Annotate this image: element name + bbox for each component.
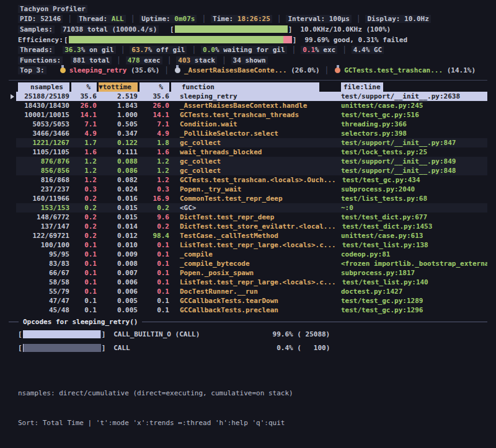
- column-header-direct-pct[interactable]: %: [69, 82, 97, 92]
- cell-function: GCCallbackTests.tearDown: [169, 296, 335, 305]
- threads-line: Threads: 36.3% on gil│63.7% off gil│0.0%…: [18, 45, 487, 55]
- top3-item[interactable]: sleeping_retry (35.6%): [59, 66, 160, 74]
- cell-direct-pct: 0.1: [69, 278, 97, 287]
- cell-cumulative-pct: 0.1: [138, 296, 169, 305]
- opcodes-title: Opcodes for sleeping_retry(): [19, 318, 142, 326]
- cell-direct-pct: 1.7: [69, 138, 97, 147]
- row-body: 1221/12671.70.1221.8gc_collecttest/suppo…: [16, 138, 487, 147]
- table-row[interactable]: 55/790.10.0060.1DocTestRunner.__rundocte…: [0, 287, 496, 296]
- top3-function-name: GCTests.test_trashcan...: [344, 66, 447, 74]
- row-cursor: [0, 101, 16, 110]
- gap: [46, 66, 59, 74]
- column-header-nsamples[interactable]: nsamples: [16, 82, 69, 92]
- interval-label: Interval:: [288, 15, 325, 23]
- separator: │: [320, 66, 334, 74]
- table-row[interactable]: 47/470.10.0050.1GCCallbackTests.tearDown…: [0, 296, 496, 305]
- cell-nsamples: 816/868: [16, 175, 69, 185]
- table-row[interactable]: 237/2370.30.0240.3Popen._try_waitsubproc…: [0, 185, 496, 194]
- table-row[interactable]: 160/119660.20.01616.9CommonTest.test_rep…: [0, 194, 496, 203]
- table-row[interactable]: 25188/2518935.62.51935.6sleeping_retryte…: [0, 92, 496, 101]
- table-row[interactable]: 45/480.10.0050.1GCCallbackTests.preclean…: [0, 305, 496, 315]
- uptime-value: 0m07s: [174, 15, 195, 23]
- cell-function: Condition.wait: [169, 120, 335, 129]
- display-value: 10.0Hz: [404, 15, 429, 23]
- table-row[interactable]: 122/697210.20.01298.4TestCase._callTestM…: [0, 231, 496, 240]
- table-row[interactable]: 1105/11051.60.1111.6wait_threads_blocked…: [0, 147, 496, 157]
- table-row[interactable]: 856/8561.20.0861.2gc_collecttest/support…: [0, 166, 496, 175]
- cell-direct-pct: 1.2: [69, 175, 97, 185]
- thread-stat-value: 36.3: [64, 46, 81, 54]
- column-header-function[interactable]: function: [169, 82, 335, 92]
- cell-file-line: test/test_gc.py:516: [335, 110, 487, 120]
- cell-file-line: test/test_dict.py:677: [335, 213, 487, 222]
- opcode-bar: [23, 344, 101, 352]
- separator: │: [337, 46, 352, 54]
- table-row[interactable]: 148/67720.20.0159.6DictTest.test_repr_de…: [0, 213, 496, 222]
- row-cursor: [0, 157, 16, 166]
- cell-tottime: 0.006: [97, 278, 138, 287]
- row-body: 3466/34664.90.3474.9_PollLikeSelector.se…: [16, 129, 487, 138]
- separator: │: [187, 46, 201, 54]
- row-cursor: [0, 166, 16, 175]
- cell-nsamples: 58/58: [16, 278, 69, 287]
- table-row[interactable]: 10001/1001514.11.00014.1GCTests.test_tra…: [0, 110, 496, 120]
- cell-cumulative-pct: 98.4: [138, 231, 169, 240]
- table-row[interactable]: 3466/34664.90.3474.9_PollLikeSelector.se…: [0, 129, 496, 138]
- table-row[interactable]: 95/950.10.0090.1_compilecodeop.py:81: [0, 250, 496, 259]
- table-row[interactable]: 100/1000.10.0100.1ListTest.test_repr_lar…: [0, 240, 496, 250]
- row-cursor: [0, 268, 16, 278]
- cell-file-line: test/support/__init__.py:2638: [335, 92, 487, 101]
- cell-file-line: ~:0: [335, 203, 487, 213]
- cell-file-line: test/test_gc.py:1296: [335, 305, 487, 315]
- function-stat-suffix: shown: [241, 56, 266, 64]
- cell-file-line: test/test_list.py:138: [336, 240, 489, 250]
- table-row[interactable]: 83/830.10.0080.1_compile_bytecode<frozen…: [0, 259, 496, 268]
- function-stat: 403 stack: [176, 56, 217, 64]
- cell-direct-pct: 14.1: [69, 110, 97, 120]
- cell-direct-pct: 35.6: [69, 92, 97, 101]
- uptime-label: Uptime:: [141, 15, 170, 23]
- cell-nsamples: 5053/5053: [16, 120, 69, 129]
- column-header-file-line[interactable]: file:line: [335, 82, 487, 92]
- table-row[interactable]: 816/8681.20.0821.2GCTests.test_trashcan.…: [0, 175, 496, 185]
- table-row[interactable]: 18430/1843026.01.84326.0_AssertRaisesBas…: [0, 101, 496, 110]
- bracket: [: [18, 344, 22, 352]
- table-row[interactable]: 5053/50537.10.5057.1Condition.waitthread…: [0, 120, 496, 129]
- samples-rate: 10.0KHz/10.0KHz (100%): [301, 25, 391, 33]
- cell-cumulative-pct: 0.1: [138, 259, 169, 268]
- column-header-tottime-sorted[interactable]: ▼tottime: [97, 82, 138, 92]
- row-body: 18430/1843026.01.84326.0_AssertRaisesBas…: [16, 101, 487, 110]
- separator: │: [272, 15, 286, 23]
- horizontal-divider: [9, 80, 487, 81]
- dash-line: [142, 322, 487, 322]
- cell-file-line: test/support/__init__.py:849: [335, 157, 487, 166]
- cell-function: TestCase._callTestMethod: [169, 231, 335, 240]
- cell-direct-pct: 0.2: [69, 203, 97, 213]
- samples-label: Samples:: [18, 25, 55, 33]
- table-row[interactable]: 137/1470.20.0140.2DictTest.test_store_ev…: [0, 222, 496, 231]
- cell-tottime: 0.006: [97, 287, 138, 296]
- row-body: 160/119660.20.01616.9CommonTest.test_rep…: [16, 194, 487, 203]
- function-stat: 478 exec: [126, 56, 162, 64]
- top3-item[interactable]: GCTests.test_trashcan... (14.1%): [334, 66, 476, 74]
- table-row[interactable]: 1221/12671.70.1221.8gc_collecttest/suppo…: [0, 138, 496, 147]
- cell-function: GCCallbackTests.preclean: [169, 305, 335, 315]
- bracket: [: [64, 36, 68, 44]
- cell-file-line: test/test_gc.py:1289: [335, 296, 487, 305]
- cell-tottime: 2.519: [97, 92, 138, 101]
- cell-nsamples: 137/147: [16, 222, 69, 231]
- cell-cumulative-pct: 1.2: [138, 166, 169, 175]
- cell-file-line: doctest.py:1427: [335, 287, 487, 296]
- top3-item[interactable]: _AssertRaisesBaseConte... (26.0%): [174, 66, 320, 74]
- table-row[interactable]: 58/580.10.0060.1ListTest.test_repr_large…: [0, 278, 496, 287]
- thread-value[interactable]: ALL: [112, 15, 124, 23]
- row-body: 10001/1001514.11.00014.1GCTests.test_tra…: [16, 110, 487, 120]
- table-row[interactable]: 876/8761.20.0881.2gc_collecttest/support…: [0, 157, 496, 166]
- cell-tottime: 0.082: [97, 175, 138, 185]
- cell-tottime: 0.014: [97, 222, 138, 231]
- column-header-cumulative-pct[interactable]: %: [138, 82, 169, 92]
- table-row[interactable]: 153/1530.20.0150.2<GC>~:0: [0, 203, 496, 213]
- thread-label: Thread:: [79, 15, 107, 23]
- table-row[interactable]: 66/670.10.0070.1Popen._posix_spawnsubpro…: [0, 268, 496, 278]
- cell-file-line: selectors.py:398: [335, 129, 487, 138]
